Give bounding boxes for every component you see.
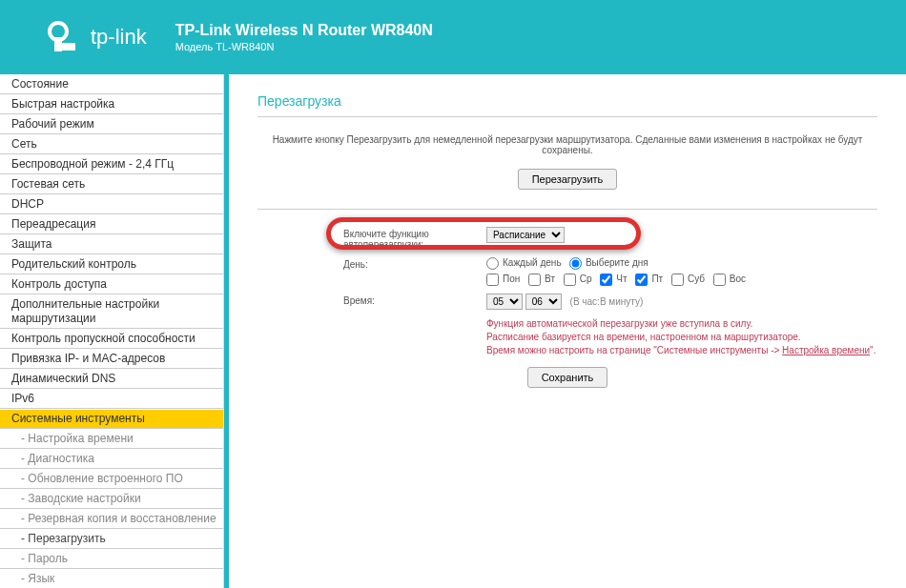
nav-sub-diag[interactable]: - Диагностика — [0, 449, 223, 469]
page-title: Перезагрузка — [257, 93, 877, 109]
save-button[interactable]: Сохранить — [527, 367, 608, 388]
nav-sub-backup[interactable]: - Резервная копия и восстановление — [0, 509, 223, 529]
nav-security[interactable]: Защита — [0, 234, 223, 254]
nav-sub-time[interactable]: - Настройка времени — [0, 429, 223, 449]
product-model: Модель TL-WR840N — [175, 41, 433, 52]
day-sat[interactable] — [671, 274, 684, 286]
choosedays-radio[interactable] — [569, 257, 582, 270]
nav-sub-password[interactable]: - Пароль — [0, 549, 223, 569]
hour-select[interactable]: 05 — [486, 294, 523, 310]
nav-guest[interactable]: Гостевая сеть — [0, 174, 223, 194]
product-title: TP-Link Wireless N Router WR840N — [175, 22, 433, 39]
svg-rect-2 — [62, 43, 75, 51]
nav-parental[interactable]: Родительский контроль — [0, 254, 223, 274]
sidebar: Состояние Быстрая настройка Рабочий режи… — [0, 74, 224, 588]
nav-op-mode[interactable]: Рабочий режим — [0, 114, 223, 134]
autoreboot-select[interactable]: Расписание — [486, 227, 565, 243]
hr2 — [257, 209, 877, 210]
day-wed[interactable] — [564, 274, 576, 286]
nav-wireless[interactable]: Беспроводной режим - 2,4 ГГц — [0, 154, 223, 174]
nav-forwarding[interactable]: Переадресация — [0, 214, 223, 234]
day-tue[interactable] — [528, 274, 541, 286]
nav-status[interactable]: Состояние — [0, 74, 223, 94]
warning-block: Функция автоматической перезагрузки уже … — [486, 317, 877, 357]
svg-rect-1 — [54, 37, 62, 51]
time-label: Время: — [343, 294, 486, 306]
time-settings-link[interactable]: Настройка времени — [782, 345, 870, 355]
nav-sub-firmware[interactable]: - Обновление встроенного ПО — [0, 469, 223, 489]
time-hint: (В час:В минуту) — [570, 296, 644, 307]
brand-text: tp-link — [91, 25, 147, 50]
nav-ddns[interactable]: Динамический DNS — [0, 369, 223, 389]
day-label: День: — [343, 257, 486, 270]
nav-routing[interactable]: Дополнительные настройки маршрутизации — [0, 294, 223, 329]
nav-access[interactable]: Контроль доступа — [0, 274, 223, 294]
minute-select[interactable]: 06 — [525, 294, 562, 310]
nav-sub-factory[interactable]: - Заводские настройки — [0, 489, 223, 509]
tplink-logo-icon — [43, 18, 81, 56]
brand-logo: tp-link — [43, 18, 147, 56]
nav-bandwidth[interactable]: Контроль пропускной способности — [0, 329, 223, 349]
nav-systools[interactable]: Системные инструменты — [0, 409, 223, 429]
day-mon[interactable] — [486, 274, 499, 286]
day-fri[interactable] — [635, 274, 648, 286]
nav-sub-lang[interactable]: - Язык — [0, 569, 223, 588]
reboot-button[interactable]: Перезагрузить — [518, 169, 618, 190]
autoreboot-label: Включите функцию автоперезагрузки: — [343, 227, 486, 250]
nav-quick-setup[interactable]: Быстрая настройка — [0, 94, 223, 114]
nav-ipmac[interactable]: Привязка IP- и MAC-адресов — [0, 349, 223, 369]
day-thu[interactable] — [600, 274, 612, 286]
app-header: tp-link TP-Link Wireless N Router WR840N… — [0, 0, 906, 74]
nav-ipv6[interactable]: IPv6 — [0, 389, 223, 409]
nav-dhcp[interactable]: DHCP — [0, 194, 223, 214]
info-text: Нажмите кнопку Перезагрузить для немедле… — [257, 134, 877, 155]
nav-sub-reboot[interactable]: - Перезагрузить — [0, 529, 223, 549]
nav-network[interactable]: Сеть — [0, 134, 223, 154]
hr — [257, 116, 877, 117]
content: Перезагрузка Нажмите кнопку Перезагрузит… — [229, 74, 906, 588]
day-sun[interactable] — [713, 274, 726, 286]
everyday-radio[interactable] — [486, 257, 499, 270]
